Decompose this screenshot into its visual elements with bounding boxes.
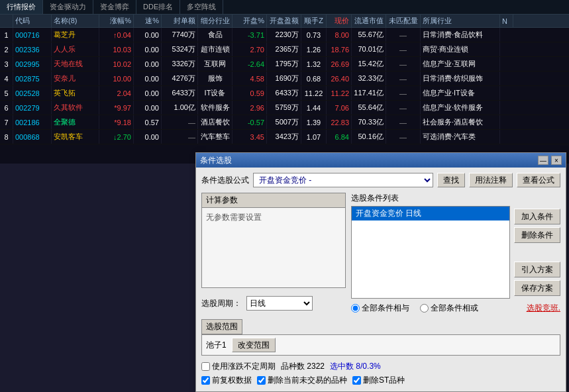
row-xianjia: 11.22 <box>327 86 352 100</box>
row-yingli: 1795万 <box>267 57 301 71</box>
right-column: 选股条件列表 开盘资金竞价 日线 加入条件 删除条件 引入方案 保存方案 <box>351 193 560 314</box>
qufuquan-checkbox-item[interactable]: 前复权数据 <box>201 375 252 386</box>
del-notraded-checkbox[interactable] <box>257 376 266 385</box>
table-row[interactable]: 8 000868 安凯客车 ↓2.70 0.00 — 汽车整车 3.45 342… <box>0 130 569 144</box>
import-plan-button[interactable]: 引入方案 <box>514 262 560 277</box>
row-xianjia: 7.06 <box>327 101 352 115</box>
table-row[interactable]: 4 002875 安奈儿 10.00 0.00 4276万 服饰 4.58 16… <box>0 72 569 86</box>
row-speed: 0.00 <box>134 86 162 100</box>
table-row[interactable]: 6 002279 久其软件 *9.97 0.00 1.00亿 软件服务 2.96… <box>0 101 569 115</box>
row-kaipan: 2.96 <box>233 101 267 115</box>
delete-condition-button[interactable]: 删除条件 <box>514 227 560 243</box>
row-yingli: 6433万 <box>267 86 301 100</box>
row-idx: 4 <box>0 72 13 85</box>
row-weipi: — <box>386 86 421 100</box>
dialog-titlebar: 条件选股 — × <box>196 153 566 168</box>
dialog-title: 条件选股 <box>200 155 232 166</box>
row-zhangfu: ↑0.04 <box>99 28 134 42</box>
row-xinye: 互联网 <box>198 57 233 71</box>
tab-capital-drive[interactable]: 资金驱动力 <box>43 0 93 14</box>
row-code: 000868 <box>13 130 52 144</box>
row-hangye: 日常消费·纺织服饰 <box>421 72 500 85</box>
condition-item-1[interactable]: 开盘资金竞价 日线 <box>352 207 509 220</box>
conditions-list: 开盘资金竞价 日线 <box>351 206 510 299</box>
row-xinye: 软件服务 <box>198 101 233 115</box>
table-row[interactable]: 7 002186 全聚德 *9.18 0.57 — 酒店餐饮 -0.57 500… <box>0 115 569 130</box>
formula-select[interactable]: 开盘资金竞价 - <box>253 173 433 187</box>
select-stock-link[interactable]: 选股竞班. <box>527 303 560 314</box>
del-notraded-checkbox-item[interactable]: 删除当前未交易的品种 <box>257 375 347 386</box>
add-condition-button[interactable]: 加入条件 <box>514 209 560 224</box>
params-panel: 计算参数 无参数需要设置 <box>201 193 346 288</box>
conditions-area: 开盘资金竞价 日线 加入条件 删除条件 引入方案 保存方案 <box>351 206 560 299</box>
header-name: 名称(8) <box>52 15 99 27</box>
tab-dde-rank[interactable]: DDE排名 <box>136 0 180 14</box>
period-select[interactable]: 日线 周线 月线 <box>246 296 313 311</box>
view-formula-button[interactable]: 查看公式 <box>517 173 560 187</box>
search-formula-button[interactable]: 查找 <box>437 173 465 187</box>
row-xinye: 食品 <box>198 28 233 42</box>
row-zhangfu: *9.97 <box>99 101 134 115</box>
table-row[interactable]: 1 000716 葛芝丹 ↑0.04 0.00 7740万 食品 -3.71 2… <box>0 28 569 42</box>
qufuquan-checkbox[interactable] <box>201 376 210 385</box>
tab-quotes[interactable]: 行情报价 <box>0 0 43 14</box>
params-empty-text: 无参数需要设置 <box>206 213 262 222</box>
header-extra: N <box>500 15 513 27</box>
zhangting-checkbox-item[interactable]: 使用涨跌不定周期 <box>201 361 276 372</box>
row-hangye: 社会服务·酒店餐饮 <box>421 115 500 129</box>
row-weipi: — <box>386 72 421 85</box>
row-shouz: 1.39 <box>301 115 327 129</box>
period-row: 选股周期： 日线 周线 月线 <box>201 296 346 311</box>
row-shouz: 1.44 <box>301 101 327 115</box>
radio-all-or[interactable]: 全部条件相或 <box>420 303 478 314</box>
row-kaipan: -0.57 <box>233 115 267 129</box>
save-plan-button[interactable]: 保存方案 <box>514 280 560 296</box>
row-fengdan: 6433万 <box>162 86 198 100</box>
tab-capital-game[interactable]: 资金博弈 <box>93 0 136 14</box>
row-code: 002336 <box>13 42 52 56</box>
zhangting-checkbox[interactable] <box>201 362 210 371</box>
row-xianjia: 8.00 <box>327 28 352 42</box>
formula-label: 条件选股公式 <box>201 175 249 186</box>
header-zhangfu: 涨幅% <box>99 15 134 27</box>
radio-row: 全部条件相与 全部条件相或 选股竞班. <box>351 303 560 314</box>
row-kaipan: -3.71 <box>233 28 267 42</box>
row-name: 安奈儿 <box>52 72 99 85</box>
radio-or-label: 全部条件相或 <box>431 303 478 314</box>
header-liutong: 流通市值 <box>352 15 386 27</box>
row-speed: 0.00 <box>134 101 162 115</box>
row-zhangfu: 10.03 <box>99 42 134 56</box>
tab-long-short[interactable]: 多空阵线 <box>180 0 223 14</box>
row-code: 002875 <box>13 72 52 85</box>
close-button[interactable]: × <box>551 156 562 165</box>
row-idx: 5 <box>0 86 13 100</box>
radio-all-and[interactable]: 全部条件相与 <box>351 303 409 314</box>
del-st-checkbox[interactable] <box>352 376 361 385</box>
change-range-button[interactable]: 改变范围 <box>232 338 276 352</box>
row-zhangfu: ↓2.70 <box>99 130 134 144</box>
del-st-checkbox-item[interactable]: 删除ST品种 <box>352 375 405 386</box>
main-split: 计算参数 无参数需要设置 选股周期： 日线 周线 月线 <box>201 193 560 314</box>
table-row[interactable]: 3 002995 天地在线 10.02 0.00 3326万 互联网 -2.64… <box>0 57 569 72</box>
titlebar-buttons: — × <box>538 156 562 165</box>
period-label: 选股周期： <box>201 298 241 309</box>
bottom-checks: 前复权数据 删除当前未交易的品种 删除ST品种 <box>201 375 560 386</box>
table-row[interactable]: 2 002336 人人乐 10.03 0.00 5324万 超市连锁 2.70 … <box>0 42 569 57</box>
row-speed: 0.00 <box>134 28 162 42</box>
row-zhangfu: *9.18 <box>99 115 134 129</box>
header-xianjia: 现价 <box>327 15 352 27</box>
selected-text: 选中数 8/0.3% <box>330 361 381 372</box>
row-code: 002528 <box>13 86 52 100</box>
row-code: 002186 <box>13 115 52 129</box>
usage-note-button[interactable]: 用法注释 <box>469 173 513 187</box>
minimize-button[interactable]: — <box>538 156 548 165</box>
row-zhangfu: 10.00 <box>99 72 134 85</box>
radio-and-input[interactable] <box>351 304 360 313</box>
row-weipi: — <box>386 101 421 115</box>
radio-or-input[interactable] <box>420 304 429 313</box>
row-yingli: 2230万 <box>267 28 301 42</box>
table-row[interactable]: 5 002528 英飞拓 2.04 0.00 6433万 IT设备 0.59 6… <box>0 86 569 101</box>
row-xianjia: 22.83 <box>327 115 352 129</box>
header-weipi: 未匹配量 <box>386 15 421 27</box>
row-hangye: 信息产业·软件服务 <box>421 101 500 115</box>
